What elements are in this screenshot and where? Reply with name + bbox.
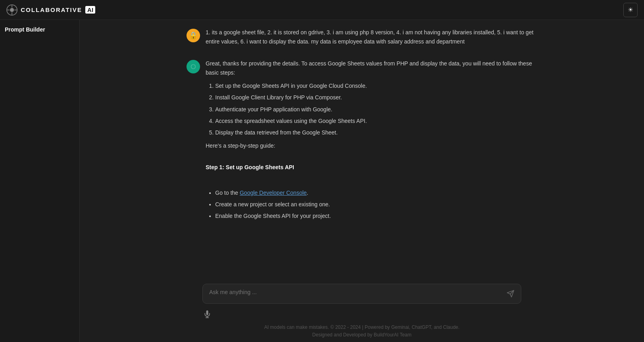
logo-ai-badge: AI <box>85 6 95 14</box>
send-button[interactable] <box>505 288 516 299</box>
developer-console-link[interactable]: Google Developer Console <box>240 190 306 196</box>
footer-line1: AI models can make mistakes. © 2022 - 20… <box>80 324 644 331</box>
sidebar-title: Prompt Builder <box>5 26 75 33</box>
ai-avatar <box>187 60 200 73</box>
list-item: Enable the Google Sheets API for your pr… <box>215 212 545 221</box>
input-section-inner <box>202 284 521 320</box>
chat-input[interactable] <box>209 289 501 299</box>
ai-intro-text: Great, thanks for providing the details.… <box>206 59 545 77</box>
step-guide-intro: Here's a step-by-step guide: <box>206 141 545 150</box>
list-item: Install Google Client Library for PHP vi… <box>215 93 545 102</box>
chat-messages[interactable]: 🔒 1. its a google sheet file, 2. it is s… <box>80 20 644 284</box>
chat-container: 🔒 1. its a google sheet file, 2. it is s… <box>80 20 644 342</box>
header: COLLABORATIVE AI ☀ <box>0 0 644 20</box>
ai-message: Great, thanks for providing the details.… <box>187 59 545 225</box>
svg-point-1 <box>10 8 14 12</box>
ai-message-content: Great, thanks for providing the details.… <box>206 59 545 225</box>
sidebar: Prompt Builder <box>0 20 80 342</box>
list-item: Authenticate your PHP application with G… <box>215 105 545 114</box>
user-message-text: 1. its a google sheet file, 2. it is sto… <box>206 28 545 46</box>
theme-toggle-button[interactable]: ☀ <box>623 3 638 17</box>
user-message-content: 1. its a google sheet file, 2. it is sto… <box>206 28 545 49</box>
user-avatar: 🔒 <box>187 29 200 42</box>
user-message: 🔒 1. its a google sheet file, 2. it is s… <box>187 28 545 49</box>
input-section: AI models can make mistakes. © 2022 - 20… <box>80 284 644 342</box>
input-wrapper <box>202 284 521 304</box>
list-item: Create a new project or select an existi… <box>215 200 545 209</box>
footer-line2: Designed and Developed by BuildYourAI Te… <box>80 331 644 339</box>
step1-title: Step 1: Set up Google Sheets API <box>206 163 545 172</box>
logo-area: COLLABORATIVE AI <box>6 4 95 16</box>
list-item: Go to the Google Developer Console. <box>215 188 545 198</box>
logo-icon <box>6 4 18 16</box>
list-item: Access the spreadsheet values using the … <box>215 117 545 126</box>
ai-bullets-list: Go to the Google Developer Console. Crea… <box>206 188 545 221</box>
list-item: Set up the Google Sheets API in your Goo… <box>215 81 545 91</box>
footer: AI models can make mistakes. © 2022 - 20… <box>80 320 644 340</box>
main-layout: Prompt Builder 🔒 1. its a google sheet f… <box>0 20 644 342</box>
list-item: Display the data retrieved from the Goog… <box>215 128 545 137</box>
mic-button[interactable] <box>201 308 214 320</box>
logo-text: COLLABORATIVE <box>21 6 82 13</box>
ai-steps-list: Set up the Google Sheets API in your Goo… <box>206 81 545 137</box>
